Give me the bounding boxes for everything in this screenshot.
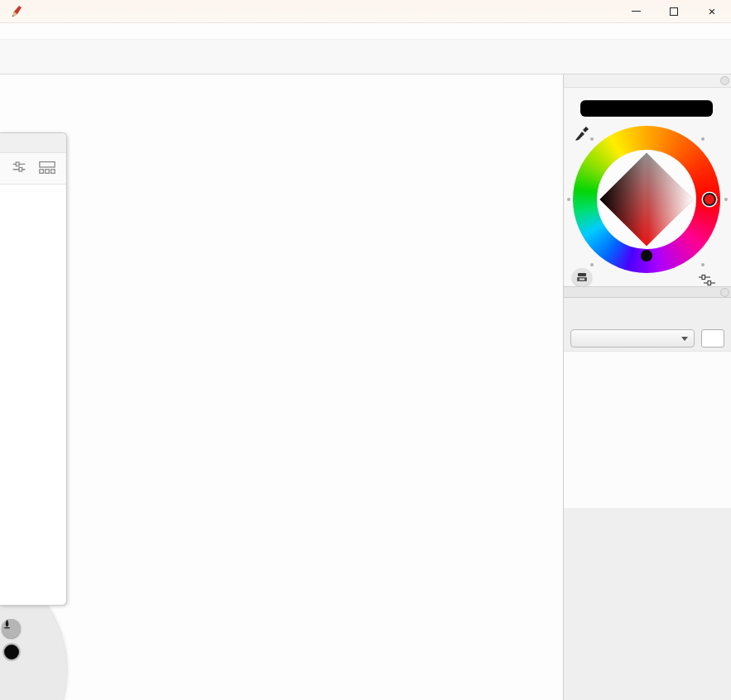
close-button[interactable]: × bbox=[693, 0, 731, 22]
layer-opacity-field[interactable] bbox=[701, 329, 724, 348]
blend-mode-dropdown[interactable] bbox=[570, 329, 695, 348]
eyedropper-icon[interactable] bbox=[574, 125, 590, 145]
color-editor-panel bbox=[564, 88, 731, 286]
hue-selector[interactable] bbox=[703, 193, 716, 206]
current-color-swatch[interactable] bbox=[580, 100, 713, 117]
app-logo-pencil-icon bbox=[10, 5, 23, 18]
canvas[interactable] bbox=[0, 74, 563, 700]
maximize-button[interactable] bbox=[655, 0, 693, 22]
brush-panel-grip[interactable] bbox=[0, 133, 66, 153]
workspace bbox=[0, 74, 731, 700]
palette-layout-icon[interactable] bbox=[37, 158, 57, 180]
brush-palette-panel bbox=[0, 132, 67, 606]
title-bar: × bbox=[0, 0, 731, 23]
toolbar bbox=[0, 40, 731, 74]
value-selector[interactable] bbox=[641, 250, 652, 261]
brush-puck[interactable] bbox=[2, 619, 21, 638]
right-panel-column bbox=[563, 74, 731, 700]
menu-bar bbox=[0, 23, 731, 40]
palette-toggle-icon[interactable] bbox=[572, 268, 592, 286]
color-puck[interactable] bbox=[2, 643, 21, 661]
layer-editor-collapse-handle[interactable] bbox=[720, 288, 729, 297]
chevron-down-icon bbox=[681, 337, 688, 341]
nib-icon bbox=[2, 619, 12, 630]
layer-list-empty-area bbox=[564, 351, 731, 508]
sketchbook-window: × bbox=[0, 0, 731, 700]
brush-settings-icon[interactable] bbox=[10, 158, 28, 180]
layer-editor-panel bbox=[564, 298, 731, 700]
minimize-button[interactable] bbox=[617, 0, 655, 22]
panel-divider bbox=[564, 286, 731, 298]
color-editor-collapse-handle[interactable] bbox=[720, 76, 729, 85]
